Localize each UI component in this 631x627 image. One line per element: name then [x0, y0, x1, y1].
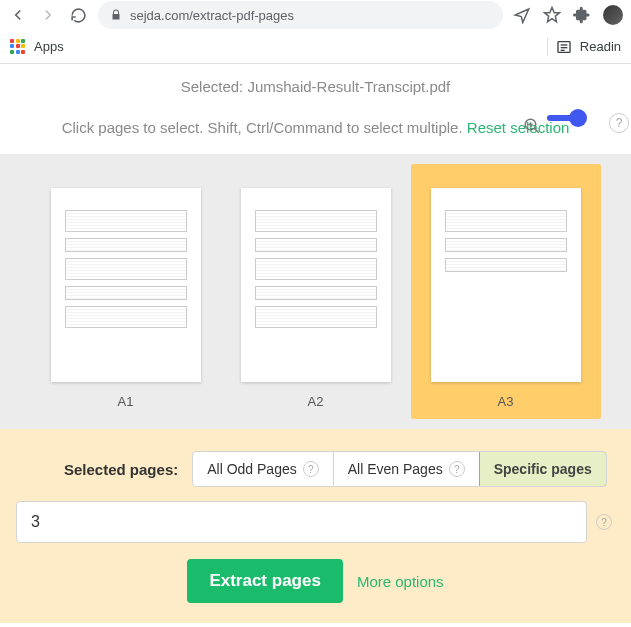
page-thumbnail-1[interactable]: A1 — [51, 188, 201, 409]
more-options-button[interactable]: More options — [357, 559, 444, 603]
reload-button[interactable] — [68, 5, 88, 25]
action-row: Extract pages More options — [16, 559, 615, 603]
segment-odd-label: All Odd Pages — [207, 461, 297, 477]
page-input-row: ? — [16, 501, 615, 543]
back-button[interactable] — [8, 5, 28, 25]
readinglist-icon[interactable] — [556, 39, 572, 55]
lock-icon — [110, 9, 122, 21]
selected-filename: Jumshaid-Result-Transcipt.pdf — [247, 78, 450, 95]
avatar[interactable] — [603, 5, 623, 25]
page-thumbnail-2[interactable]: A2 — [241, 188, 391, 409]
apps-icon[interactable] — [10, 39, 26, 55]
page-preview — [51, 188, 201, 382]
input-help-icon[interactable]: ? — [593, 501, 615, 543]
segment-specific-label: Specific pages — [494, 461, 592, 477]
segment-odd[interactable]: All Odd Pages ? — [193, 452, 334, 486]
instruction-text: Click pages to select. Shift, Ctrl/Comma… — [62, 119, 467, 136]
page-preview — [431, 188, 581, 382]
pages-strip: A1 A2 A3 — [0, 154, 631, 429]
selected-prefix: Selected: — [181, 78, 248, 95]
help-icon[interactable]: ? — [609, 113, 629, 133]
page-label: A3 — [431, 394, 581, 409]
pages-input[interactable] — [16, 501, 587, 543]
browser-toolbar: sejda.com/extract-pdf-pages — [0, 0, 631, 30]
reset-selection-link[interactable]: Reset selection — [467, 119, 570, 136]
bookmarks-bar: Apps Readin — [0, 30, 631, 64]
segment-even[interactable]: All Even Pages ? — [334, 452, 480, 486]
url-text: sejda.com/extract-pdf-pages — [130, 8, 294, 23]
segment-even-label: All Even Pages — [348, 461, 443, 477]
forward-button[interactable] — [38, 5, 58, 25]
bottom-panel: Selected pages: All Odd Pages ? All Even… — [0, 429, 631, 623]
star-icon[interactable] — [543, 6, 561, 24]
page-label: A2 — [241, 394, 391, 409]
apps-label[interactable]: Apps — [34, 39, 64, 54]
chrome-actions — [513, 5, 623, 25]
help-icon[interactable]: ? — [449, 461, 465, 477]
readinglist-label[interactable]: Readin — [580, 39, 621, 54]
segment-specific[interactable]: Specific pages — [479, 451, 607, 487]
send-icon[interactable] — [513, 6, 531, 24]
extensions-icon[interactable] — [573, 6, 591, 24]
selected-file-row: Selected: Jumshaid-Result-Transcipt.pdf — [0, 64, 631, 103]
zoom-icon[interactable] — [523, 117, 541, 138]
divider — [547, 38, 548, 56]
page-preview — [241, 188, 391, 382]
help-icon[interactable]: ? — [303, 461, 319, 477]
extract-pages-button[interactable]: Extract pages — [187, 559, 343, 603]
instruction-row: Click pages to select. Shift, Ctrl/Comma… — [0, 103, 631, 154]
page-label: A1 — [51, 394, 201, 409]
svg-line-5 — [534, 128, 539, 133]
page-thumbnail-3[interactable]: A3 — [411, 164, 601, 419]
segment-control: All Odd Pages ? All Even Pages ? Specifi… — [192, 451, 607, 487]
selection-mode-row: Selected pages: All Odd Pages ? All Even… — [16, 451, 615, 487]
selected-pages-label: Selected pages: — [64, 461, 178, 478]
zoom-slider[interactable] — [547, 115, 585, 121]
address-bar[interactable]: sejda.com/extract-pdf-pages — [98, 1, 503, 29]
